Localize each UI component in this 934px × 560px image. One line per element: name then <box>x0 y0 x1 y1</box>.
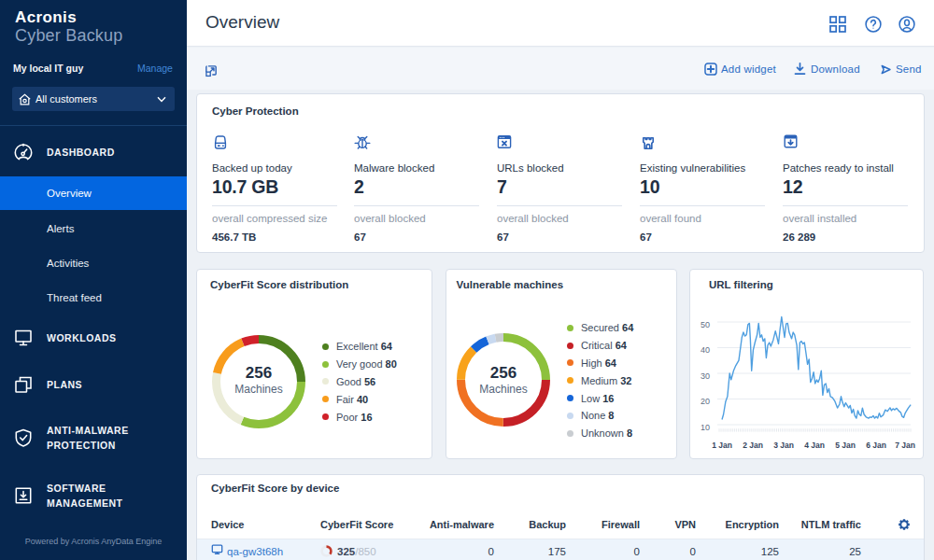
svg-text:7 Jan: 7 Jan <box>895 441 915 450</box>
svg-text:10: 10 <box>700 423 710 432</box>
svg-text:3 Jan: 3 Jan <box>773 441 794 450</box>
svg-text:40: 40 <box>700 345 710 355</box>
svg-text:5 Jan: 5 Jan <box>835 441 856 450</box>
svg-text:2 Jan: 2 Jan <box>743 441 763 450</box>
svg-text:4 Jan: 4 Jan <box>804 441 825 450</box>
svg-text:30: 30 <box>700 371 710 381</box>
svg-text:6 Jan: 6 Jan <box>866 441 886 450</box>
svg-text:50: 50 <box>700 320 710 329</box>
svg-text:20: 20 <box>700 397 710 406</box>
svg-text:1 Jan: 1 Jan <box>712 441 732 450</box>
